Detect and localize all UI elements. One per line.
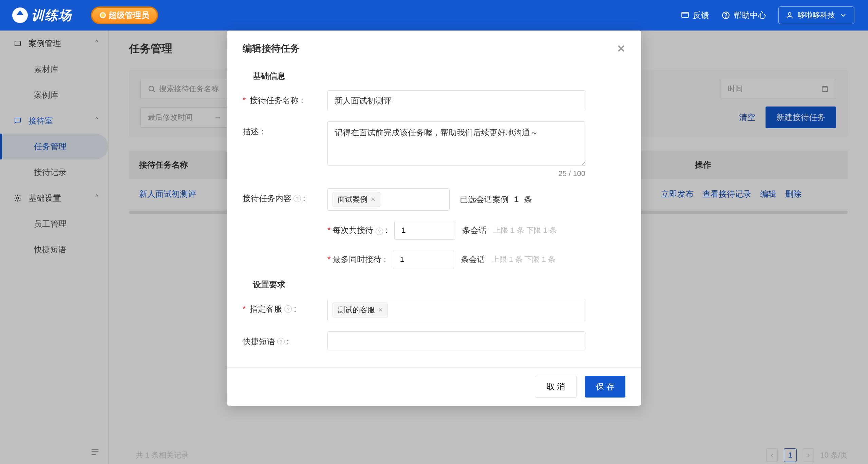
tag-remove-icon[interactable]: × — [378, 306, 383, 314]
close-icon[interactable]: ✕ — [617, 43, 625, 55]
task-desc-textarea[interactable] — [327, 121, 585, 166]
logo-text: 训练场 — [31, 7, 72, 24]
help-icon[interactable]: ? — [277, 338, 285, 345]
logo-icon — [12, 7, 28, 23]
svg-rect-0 — [682, 12, 688, 17]
per-time-input[interactable] — [394, 221, 455, 240]
help-icon[interactable]: ? — [284, 305, 292, 313]
tag-remove-icon[interactable]: × — [371, 195, 375, 204]
cancel-button[interactable]: 取 消 — [535, 376, 577, 398]
section-req-title: 设置要求 — [253, 279, 625, 290]
user-icon — [786, 11, 794, 19]
quick-phrase-select[interactable] — [327, 331, 585, 350]
super-admin-badge: 超级管理员 — [91, 6, 158, 24]
max-concurrent-input[interactable] — [393, 250, 454, 269]
char-count: 25 / 100 — [327, 169, 585, 178]
svg-point-3 — [788, 13, 791, 15]
content-select[interactable]: 面试案例 × — [327, 188, 450, 211]
help-icon[interactable]: ? — [376, 228, 383, 235]
section-basic-title: 基础信息 — [253, 71, 625, 81]
header-actions: 反馈 帮助中心 哆啦哆科技 — [681, 6, 854, 24]
logo[interactable]: 训练场 — [12, 7, 72, 24]
save-button[interactable]: 保 存 — [585, 376, 625, 398]
edit-task-modal: 编辑接待任务 ✕ 基础信息 *接待任务名称 : 描述 : 25 / 100 接待… — [227, 31, 641, 406]
content-tag: 面试案例 × — [333, 192, 380, 207]
help-icon[interactable]: ? — [294, 195, 301, 202]
help-link[interactable]: 帮助中心 — [721, 10, 766, 21]
chevron-down-icon — [839, 11, 847, 19]
feedback-icon — [681, 11, 690, 20]
svg-point-2 — [725, 17, 726, 18]
user-menu[interactable]: 哆啦哆科技 — [778, 6, 854, 24]
agent-select[interactable]: 测试的客服 × — [327, 299, 585, 321]
per-time-hint: 上限 1 条 下限 1 条 — [493, 225, 557, 235]
app-header: 训练场 超级管理员 反馈 帮助中心 哆啦哆科技 — [0, 0, 868, 31]
help-icon — [721, 11, 730, 20]
feedback-link[interactable]: 反馈 — [681, 10, 709, 21]
max-hint: 上限 1 条 下限 1 条 — [492, 254, 555, 265]
modal-title: 编辑接待任务 — [243, 42, 300, 55]
agent-tag: 测试的客服 × — [333, 303, 388, 317]
task-name-input[interactable] — [327, 90, 585, 111]
